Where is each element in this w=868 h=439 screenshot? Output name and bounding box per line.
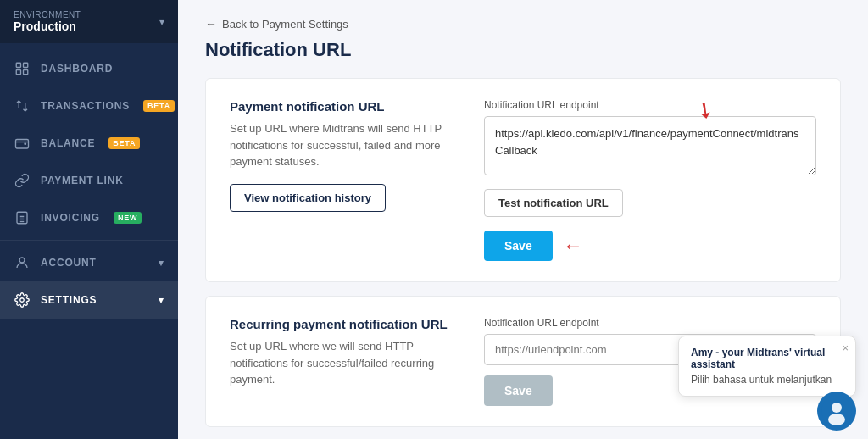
sidebar-item-settings-label: Settings [41,294,97,306]
account-chevron-icon: ▾ [159,258,164,269]
svg-point-10 [828,414,845,425]
svg-point-9 [832,403,842,413]
field-label-1: Notification URL endpoint [484,99,816,111]
user-icon [14,254,31,271]
settings-icon [14,292,31,308]
sidebar-item-invoicing-label: Invoicing [41,212,100,224]
sidebar-item-transactions[interactable]: Transactions BETA [0,87,178,125]
sidebar-item-account-label: Account [41,257,97,269]
payment-notification-section: Payment notification URL Set up URL wher… [205,78,841,282]
svg-rect-1 [24,63,28,67]
sidebar: Environment Production ▾ Dashboard Trans… [0,0,178,439]
test-notification-url-button[interactable]: Test notification URL [484,189,623,217]
sidebar-item-dashboard-label: Dashboard [41,63,113,75]
sidebar-item-balance[interactable]: Balance BETA [0,125,178,162]
svg-point-7 [20,298,25,303]
svg-rect-4 [16,140,29,149]
env-chevron-icon: ▾ [159,16,164,28]
section-right-1: Notification URL endpoint ➘ Test notific… [484,99,816,261]
svg-rect-3 [24,70,28,75]
chat-avatar-icon [821,396,852,426]
back-link-text: Back to Payment Settings [222,18,348,31]
nav: Dashboard Transactions BETA Balance BETA… [0,43,178,439]
invoicing-new-badge: NEW [114,212,142,224]
env-value: Production [14,19,81,33]
chat-close-button[interactable]: × [842,342,849,354]
back-arrow-icon: ← [205,17,217,31]
back-link[interactable]: ← Back to Payment Settings [205,17,841,31]
sidebar-item-invoicing[interactable]: Invoicing NEW [0,199,178,236]
balance-beta-badge: BETA [108,137,140,149]
chat-avatar-button[interactable] [817,392,856,431]
grid-icon [14,60,31,77]
sidebar-item-transactions-label: Transactions [41,100,130,112]
sidebar-item-payment-link[interactable]: Payment Link [0,162,178,199]
section-1-desc: Set up URL where Midtrans will send HTTP… [230,120,450,170]
nav-divider [0,240,178,241]
section-left-1: Payment notification URL Set up URL wher… [230,99,450,261]
svg-rect-0 [16,63,20,67]
section-left-2: Recurring payment notification URL Set u… [230,317,450,406]
page-title: Notification URL [205,39,841,61]
sidebar-item-account[interactable]: Account ▾ [0,244,178,281]
env-label: Environment [14,10,81,19]
sidebar-item-payment-link-label: Payment Link [41,175,124,186]
section-2-title: Recurring payment notification URL [230,317,450,331]
chat-bubble[interactable]: × Amy - your Midtrans' virtual assistant… [678,336,856,397]
save-row-1: Save ← [484,231,816,261]
section-2-desc: Set up URL where we will send HTTP notif… [230,338,450,388]
notification-url-input[interactable] [484,116,816,175]
env-selector[interactable]: Environment Production ▾ [0,0,178,43]
save-button-2: Save [484,375,553,406]
svg-point-6 [19,258,25,263]
sidebar-item-dashboard[interactable]: Dashboard [0,50,178,87]
section-1-title: Payment notification URL [230,99,450,114]
invoice-icon [14,209,31,226]
settings-chevron-icon: ▾ [159,295,164,306]
arrow-swap-icon [14,97,31,114]
chat-bubble-title: Amy - your Midtrans' virtual assistant [691,347,843,370]
wallet-icon [14,135,31,152]
chat-bubble-text: Pilih bahasa untuk melanjutkan [691,374,843,386]
transactions-beta-badge: BETA [143,100,175,112]
save-button-1[interactable]: Save [484,231,553,261]
sidebar-item-settings[interactable]: Settings ▾ [0,281,178,319]
field-label-2: Notification URL endpoint [484,317,816,329]
svg-rect-2 [16,70,20,75]
red-arrow-save-annotation: ← [563,234,583,258]
sidebar-item-balance-label: Balance [41,137,95,149]
view-notification-history-button[interactable]: View notification history [230,184,386,212]
link-icon [14,172,31,189]
